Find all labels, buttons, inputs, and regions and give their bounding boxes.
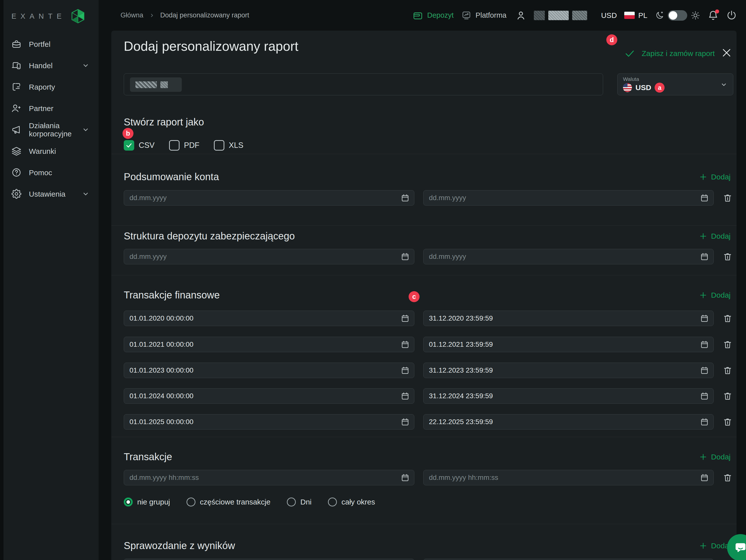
section-divider	[111, 225, 737, 226]
date-to-input[interactable]: 22.12.2025 23:59:59	[423, 414, 714, 430]
logout-button[interactable]	[726, 10, 737, 21]
sidebar-item-pomoc[interactable]: Pomoc	[0, 162, 98, 183]
calendar-icon[interactable]	[700, 340, 709, 349]
calendar-icon[interactable]	[700, 366, 709, 375]
brand-logo[interactable]: EXANTE	[0, 0, 98, 33]
date-from-input[interactable]: 01.01.2024 00:00:00	[124, 388, 414, 404]
checkbox-unchecked-icon	[169, 140, 179, 151]
megaphone-icon	[11, 125, 21, 135]
date-value: dd.mm.yyyy	[130, 253, 167, 261]
date-to-input[interactable]: dd.mm.yyyy	[423, 190, 714, 206]
delete-row-icon[interactable]	[723, 252, 733, 262]
radio-unselected-icon	[186, 498, 196, 506]
breadcrumb-home[interactable]: Główna	[120, 11, 143, 19]
delete-row-icon[interactable]	[723, 365, 733, 375]
date-to-input[interactable]: dd.mm.yyyy	[423, 559, 714, 560]
checkbox-csv[interactable]: CSV	[124, 140, 154, 151]
topbar: Główna Dodaj personalizowany raport Depo…	[98, 0, 746, 31]
calendar-icon[interactable]	[401, 366, 410, 375]
calendar-icon[interactable]	[401, 417, 410, 426]
delete-row-icon[interactable]	[723, 391, 733, 401]
redacted-account-id	[534, 11, 587, 20]
gear-icon	[11, 189, 21, 199]
date-from-input[interactable]: 01.01.2025 00:00:00	[124, 414, 414, 430]
date-from-input[interactable]: dd.mm.yyyy hh:mm:ss	[124, 470, 414, 485]
language-selector[interactable]: PL	[624, 11, 648, 20]
deposit-button[interactable]: Depozyt	[412, 10, 453, 21]
chevron-down-icon	[82, 126, 90, 134]
date-to-input[interactable]: 31.12.2023 23:59:59	[423, 363, 714, 378]
date-from-input[interactable]: dd.mm.yyyy	[124, 190, 414, 206]
calendar-icon[interactable]	[401, 473, 410, 482]
calendar-icon[interactable]	[700, 473, 709, 482]
radio-selected-icon	[124, 498, 133, 506]
calendar-icon[interactable]	[700, 314, 709, 323]
calendar-icon[interactable]	[401, 252, 410, 261]
calendar-icon[interactable]	[700, 194, 709, 202]
date-to-input[interactable]: 31.12.2020 23:59:59	[423, 311, 714, 326]
date-to-input[interactable]: dd.mm.yyyy hh:mm:ss	[423, 470, 714, 485]
calendar-icon[interactable]	[401, 314, 410, 323]
sidebar-item-portfel[interactable]: Portfel	[0, 33, 98, 55]
date-range-row: dd.mm.yyyy dd.mm.yyyy	[124, 190, 733, 206]
date-value: 01.01.2023 00:00:00	[130, 366, 194, 374]
delete-row-icon[interactable]	[723, 193, 733, 203]
sidebar-item-raporty[interactable]: Raporty	[0, 76, 98, 97]
sidebar-item-handel[interactable]: Handel	[0, 55, 98, 76]
calendar-icon[interactable]	[401, 340, 410, 349]
sidebar-item-warunki[interactable]: Warunki	[0, 140, 98, 162]
add-row-button[interactable]: Dodaj	[699, 173, 731, 181]
redacted-block	[548, 11, 569, 20]
date-to-input[interactable]: dd.mm.yyyy	[423, 249, 714, 264]
checkbox-pdf[interactable]: PDF	[169, 140, 199, 151]
check-icon	[624, 48, 635, 59]
date-from-input[interactable]: dd.mm.yyyy	[124, 559, 414, 560]
date-from-input[interactable]: 01.01.2020 00:00:00	[124, 311, 414, 326]
chevron-down-icon	[720, 81, 727, 88]
calendar-icon[interactable]	[700, 252, 709, 261]
save-and-order-button[interactable]: Zapisz i zamów raport	[624, 48, 715, 59]
calendar-icon[interactable]	[401, 194, 410, 202]
currency-select[interactable]: Waluta USD a	[617, 73, 733, 95]
delete-row-icon[interactable]	[723, 313, 733, 323]
notification-badge	[715, 9, 719, 13]
radio-caly-okres[interactable]: cały okres	[328, 498, 375, 506]
date-from-input[interactable]: 01.01.2021 00:00:00	[124, 337, 414, 352]
calendar-icon[interactable]	[700, 391, 709, 401]
delete-row-icon[interactable]	[723, 340, 733, 349]
date-to-input[interactable]: 31.12.2024 23:59:59	[423, 388, 714, 404]
platform-button[interactable]: Platforma	[461, 10, 507, 21]
radio-dni[interactable]: Dni	[287, 498, 312, 506]
calendar-icon[interactable]	[401, 391, 410, 401]
account-currency[interactable]: USD	[601, 11, 617, 20]
checkbox-xls[interactable]: XLS	[214, 140, 243, 151]
add-label: Dodaj	[711, 453, 730, 461]
add-row-button[interactable]: Dodaj	[699, 232, 731, 241]
sidebar-item-ustawienia[interactable]: Ustawienia	[0, 183, 98, 205]
sidebar-item-dzialania-korporacyjne[interactable]: Działania korporacyjne	[0, 119, 98, 140]
breadcrumb-current: Dodaj personalizowany raport	[160, 11, 249, 19]
calendar-icon[interactable]	[700, 417, 709, 426]
radio-czesciowe-transakcje[interactable]: częściowe transakcje	[186, 498, 270, 506]
date-value: 01.01.2020 00:00:00	[130, 314, 194, 322]
date-from-input[interactable]: dd.mm.yyyy	[124, 249, 414, 264]
delete-row-icon[interactable]	[723, 473, 733, 482]
sidebar-item-label: Handel	[29, 61, 53, 70]
format-section-header: Stwórz raport jako	[124, 116, 731, 128]
section-title: Podsumowanie konta	[124, 171, 219, 182]
add-row-button[interactable]: Dodaj	[699, 452, 731, 462]
add-row-button[interactable]: Dodaj	[699, 541, 731, 550]
delete-row-icon[interactable]	[723, 417, 733, 427]
date-from-input[interactable]: 01.01.2023 00:00:00	[124, 363, 414, 378]
sidebar-item-partner[interactable]: Partner	[0, 97, 98, 119]
add-row-button[interactable]: Dodaj	[699, 291, 731, 300]
date-to-input[interactable]: 01.12.2021 23:59:59	[423, 337, 714, 352]
notifications-button[interactable]	[708, 10, 719, 21]
close-icon[interactable]	[721, 47, 732, 58]
radio-nie-grupuj[interactable]: nie grupuj	[124, 498, 170, 506]
add-label: Dodaj	[711, 173, 730, 181]
sidebar: EXANTE Portfel Handel	[0, 0, 98, 560]
theme-toggle[interactable]	[668, 10, 687, 21]
account-icon[interactable]	[515, 10, 526, 21]
report-name-input[interactable]	[124, 73, 603, 95]
